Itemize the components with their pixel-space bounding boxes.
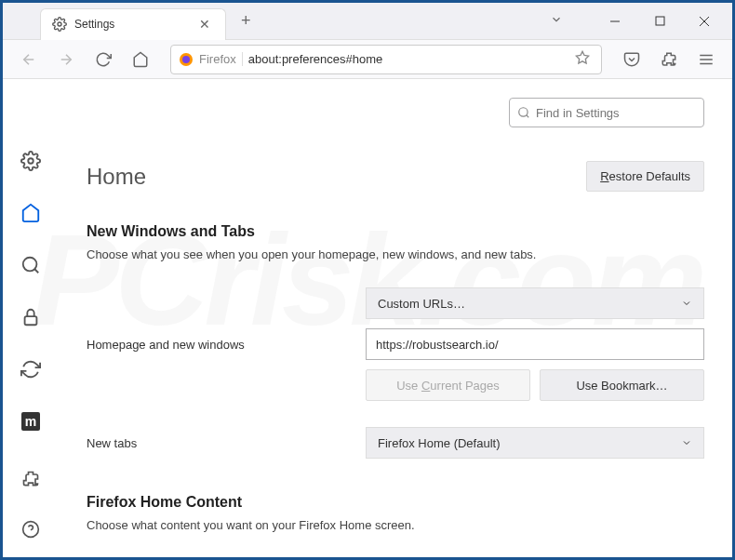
app-menu-button[interactable] [691,45,721,74]
svg-point-0 [58,22,61,26]
newtabs-label: New tabs [87,436,366,450]
use-bookmark-button[interactable]: Use Bookmark… [540,369,704,401]
svg-point-13 [28,158,33,164]
restore-defaults-button[interactable]: Restore Defaults [586,161,704,192]
titlebar: Settings ✕ + [3,3,732,40]
svg-text:m: m [25,414,36,429]
toolbar: Firefox about:preferences#home [3,40,732,79]
svg-point-21 [519,108,528,116]
sidebar-item-search[interactable] [14,248,47,282]
tab-close-icon[interactable]: ✕ [195,15,214,33]
settings-search-field[interactable] [536,106,696,120]
url-bar[interactable]: Firefox about:preferences#home [170,45,602,74]
sidebar-item-more[interactable]: m [14,405,47,438]
tab-title: Settings [74,18,195,31]
reload-button[interactable] [88,45,118,74]
bookmark-star-icon[interactable] [571,47,594,73]
svg-line-22 [527,115,529,118]
maximize-button[interactable] [639,7,680,35]
sidebar-item-home[interactable] [14,196,47,230]
minimize-button[interactable] [595,7,635,35]
chevron-down-icon [681,298,692,309]
svg-marker-9 [576,51,588,63]
new-tab-button[interactable]: + [234,7,259,34]
sidebar-item-extensions[interactable] [14,462,47,496]
sidebar-item-privacy[interactable] [14,300,47,334]
extensions-button[interactable] [654,45,684,74]
section-title-home-content: Firefox Home Content [87,494,704,511]
homepage-url-input[interactable] [366,328,704,360]
urlbar-prefix: Firefox [199,52,243,66]
page-title: Home [87,164,146,190]
sidebar: m [3,79,59,557]
svg-rect-16 [25,316,37,325]
homepage-label: Homepage and new windows [87,338,366,352]
sidebar-item-general[interactable] [14,144,47,178]
use-current-pages-button: Use Current Pages [366,369,530,401]
search-icon [517,106,530,119]
home-button[interactable] [126,45,155,74]
tabs-dropdown-button[interactable] [550,13,563,30]
svg-line-15 [34,269,38,273]
sidebar-item-sync[interactable] [14,353,47,386]
tab-settings[interactable]: Settings ✕ [40,8,226,40]
main-content: Home Restore Defaults New Windows and Ta… [59,79,732,557]
section-desc-home-content: Choose what content you want on your Fir… [87,518,704,532]
svg-point-14 [23,258,37,272]
newtabs-select[interactable]: Firefox Home (Default) [366,427,704,459]
section-desc-windows-tabs: Choose what you see when you open your h… [87,247,704,261]
gear-icon [52,17,67,32]
sidebar-item-help[interactable] [14,513,47,546]
firefox-icon [179,52,194,67]
svg-rect-2 [656,17,664,25]
homepage-mode-select[interactable]: Custom URLs… [366,287,704,319]
section-title-windows-tabs: New Windows and Tabs [87,223,704,240]
svg-point-8 [182,56,190,63]
urlbar-text: about:preferences#home [248,52,571,66]
pocket-button[interactable] [617,45,647,74]
newtabs-value: Firefox Home (Default) [378,436,500,450]
settings-search-input[interactable] [509,98,704,127]
close-button[interactable] [684,7,725,35]
back-button[interactable] [14,45,44,74]
homepage-mode-value: Custom URLs… [378,297,465,311]
forward-button[interactable] [51,45,81,74]
chevron-down-icon [681,437,692,448]
